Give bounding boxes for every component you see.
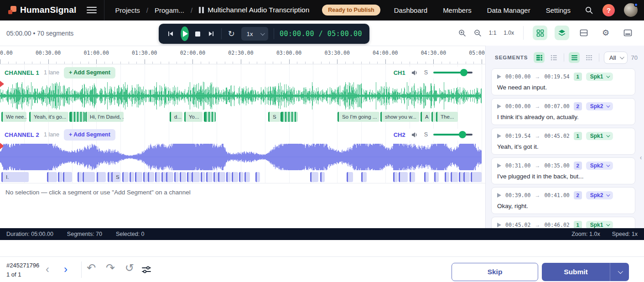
prev-task-button[interactable]: ‹: [46, 264, 49, 274]
search-icon[interactable]: [585, 6, 593, 15]
timeline-segment[interactable]: I.: [1, 172, 29, 182]
timeline-segment[interactable]: show you w...: [380, 112, 420, 122]
submit-button[interactable]: Submit: [542, 263, 610, 281]
loop-icon[interactable]: ↻: [227, 29, 236, 39]
segment-text[interactable]: We need an input.: [497, 84, 629, 91]
timeline-segment[interactable]: We nee...: [1, 112, 26, 122]
timeline-segment[interactable]: [143, 172, 148, 182]
zoom-out-icon[interactable]: [473, 29, 482, 37]
timeline-segment[interactable]: [280, 112, 298, 122]
timeline-segment[interactable]: [361, 172, 367, 182]
timeline-segment[interactable]: [410, 172, 415, 182]
timeline-segment[interactable]: [232, 172, 238, 182]
nav-dashboard[interactable]: Dashboard: [394, 6, 427, 14]
redo-button[interactable]: ↷: [106, 262, 115, 273]
segment-card[interactable]: 00:45.02→00:46.021Spk1It's doing somethi…: [491, 217, 635, 228]
submit-dropdown-caret[interactable]: [610, 263, 629, 281]
breadcrumb-project[interactable]: Progam...: [155, 6, 184, 14]
timeline-segment[interactable]: [206, 172, 213, 182]
timeline-segment[interactable]: [135, 172, 142, 182]
segment-card[interactable]: 00:00.00→00:07.002Spk2I think it's alrea…: [491, 98, 635, 125]
timeline-segment[interactable]: [78, 172, 82, 182]
timeline-segment[interactable]: :: [255, 172, 260, 182]
undo-button[interactable]: ↶: [87, 262, 96, 273]
list-view-icon[interactable]: [548, 52, 559, 63]
playback-speed-select[interactable]: 1x: [241, 27, 269, 41]
timeline-segment[interactable]: [58, 172, 62, 182]
timeline-segment[interactable]: [155, 172, 161, 182]
segment-text[interactable]: I think it's already on, actually.: [497, 114, 629, 120]
segment-text[interactable]: Yeah, it's got it.: [497, 143, 629, 150]
reset-button[interactable]: ↺: [125, 262, 134, 273]
nav-data-manager[interactable]: Data Manager: [487, 6, 530, 14]
timeline-segment[interactable]: [97, 172, 106, 182]
speaker-select[interactable]: Spk2: [586, 162, 613, 170]
timeline-segment[interactable]: [445, 172, 449, 182]
timeline-segment[interactable]: [174, 172, 179, 182]
channel1-volume-slider[interactable]: [433, 69, 473, 76]
segment-text[interactable]: Okay, right.: [497, 203, 629, 209]
channel1-waveform[interactable]: [0, 81, 482, 111]
segment-card[interactable]: 00:19.54→00:45.021Spk1Yeah, it's got it.: [491, 128, 635, 155]
breadcrumb-projects[interactable]: Projects: [115, 6, 140, 14]
zoom-in-icon[interactable]: [458, 29, 466, 37]
help-icon[interactable]: ?: [602, 4, 615, 16]
speaker-select[interactable]: Spk1: [586, 221, 613, 228]
speaker-select[interactable]: Spk2: [586, 191, 613, 199]
timeline-segment[interactable]: So I'm going ...: [338, 112, 379, 122]
timeline-segment[interactable]: [226, 172, 231, 182]
avatar[interactable]: [624, 3, 638, 17]
timeline-segment[interactable]: [148, 172, 154, 182]
timeline-segment[interactable]: [69, 112, 85, 122]
speaker-select[interactable]: Spk1: [586, 132, 613, 140]
timeline-segment[interactable]: [63, 172, 72, 182]
channel1-add-segment-button[interactable]: + Add Segment: [64, 67, 115, 78]
settings-gear-icon[interactable]: ⚙: [598, 26, 613, 40]
ratio-label[interactable]: 1:1: [489, 30, 497, 36]
hamburger-menu-icon[interactable]: [87, 5, 97, 15]
timeline-segment[interactable]: [451, 172, 458, 182]
timeline-segment[interactable]: [310, 172, 318, 182]
skip-button[interactable]: Skip: [452, 263, 538, 281]
volume-icon[interactable]: [411, 131, 419, 138]
timeline-segment[interactable]: [192, 172, 200, 182]
layers-toggle[interactable]: [555, 26, 569, 40]
timeline-segment[interactable]: [218, 172, 225, 182]
channel2-solo-label[interactable]: S: [424, 131, 428, 138]
segment-play-icon[interactable]: [497, 193, 501, 198]
channel2-add-segment-button[interactable]: + Add Segment: [64, 129, 115, 141]
timeline-segment[interactable]: [166, 172, 173, 182]
next-task-button[interactable]: ›: [64, 264, 68, 274]
timeline-segment[interactable]: [122, 172, 129, 182]
timeline-segment[interactable]: [347, 172, 353, 182]
segment-text[interactable]: I've plugged it in the back, but...: [497, 173, 629, 180]
stop-button[interactable]: [194, 31, 201, 37]
segment-card[interactable]: 00:31.00→00:35.002Spk2I've plugged it in…: [491, 157, 635, 184]
timeline-segment[interactable]: S: [111, 172, 120, 182]
timeline-segment[interactable]: d...: [170, 112, 182, 122]
grid-view-toggle[interactable]: [533, 26, 547, 40]
play-button[interactable]: [181, 26, 189, 41]
channel2-waveform[interactable]: [0, 143, 482, 171]
timeline-segment[interactable]: [244, 172, 250, 182]
timeline-segment[interactable]: [471, 172, 482, 182]
panel-dock-toggle[interactable]: [620, 26, 635, 40]
segment-card[interactable]: 00:39.00→00:41.002Spk2Okay, right.: [491, 187, 635, 214]
timeline-segment[interactable]: [459, 172, 463, 182]
skip-to-end-button[interactable]: [207, 29, 216, 38]
timeline-segment[interactable]: [130, 172, 134, 182]
segment-play-icon[interactable]: [497, 134, 501, 138]
timeline-segment[interactable]: [47, 172, 57, 182]
timeline-segment[interactable]: [201, 172, 205, 182]
segments-filter-select[interactable]: All: [604, 52, 627, 64]
timeline-segment[interactable]: [161, 172, 166, 182]
timeline-segment[interactable]: Yeah, it's go...: [29, 112, 68, 122]
timeline-segment[interactable]: [431, 112, 436, 122]
segment-play-icon[interactable]: [497, 104, 501, 109]
timeline-segment[interactable]: [213, 172, 218, 182]
speaker-select[interactable]: Spk2: [586, 102, 613, 110]
segment-play-icon[interactable]: [497, 163, 501, 168]
channel1-solo-label[interactable]: S: [424, 69, 428, 76]
timeline-segment[interactable]: A: [421, 112, 431, 122]
timeline-segment[interactable]: [463, 172, 470, 182]
